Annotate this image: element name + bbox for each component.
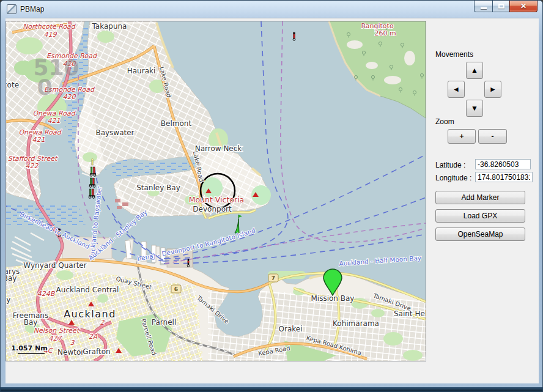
close-button[interactable]: ✕ xyxy=(509,1,537,12)
map-label: by xyxy=(6,295,10,304)
zoom-out-button[interactable]: - xyxy=(478,129,507,144)
map-label: Auckland Central xyxy=(56,286,119,294)
add-marker-button[interactable]: Add Marker xyxy=(435,191,525,204)
map-label: 424B xyxy=(37,290,56,298)
map-label: 427 xyxy=(49,335,63,342)
longitude-input[interactable] xyxy=(475,172,533,182)
map-label: Bay xyxy=(24,318,38,327)
zoom-label: Zoom xyxy=(435,117,454,126)
map-label: Orakei xyxy=(279,325,303,333)
map-label: Takapuna xyxy=(92,22,127,31)
map-label: 421 xyxy=(48,117,61,125)
map-label: Mount Victoria xyxy=(189,195,245,204)
app-icon xyxy=(7,4,17,14)
map-label: Devonport xyxy=(193,205,232,213)
latitude-input[interactable] xyxy=(475,159,531,169)
map-label: Kohimarama xyxy=(333,319,379,328)
map-label: Hauraki xyxy=(127,67,156,75)
map-label: 2 xyxy=(100,319,105,327)
map-label: Narrow Neck xyxy=(195,144,242,153)
map-label: Bay xyxy=(6,274,17,283)
map-label: 260 m xyxy=(374,29,396,37)
map-label: 420 xyxy=(63,93,76,101)
longitude-label: Longitude : xyxy=(435,174,471,182)
map-label: 419 xyxy=(44,31,57,39)
movements-label: Movements xyxy=(435,50,473,59)
map-label: 1.057 Nm xyxy=(11,344,47,352)
map-label: 0 xyxy=(37,75,52,100)
load-gpx-button[interactable]: Load GPX xyxy=(435,209,525,223)
map-label: Wynyard Quarter xyxy=(23,261,86,270)
map-label: Belmont xyxy=(161,119,192,128)
minimize-button[interactable] xyxy=(474,1,492,12)
map-label: Mission Bay xyxy=(311,294,355,303)
svg-text:6: 6 xyxy=(174,286,178,292)
map-label: Parnell xyxy=(152,318,176,327)
maximize-icon xyxy=(498,4,504,9)
title-bar[interactable]: PBMap ✕ xyxy=(1,1,542,18)
minimize-icon xyxy=(481,7,487,9)
app-window: PBMap ✕ xyxy=(0,0,543,392)
route-shield: 6 xyxy=(171,285,181,293)
map-label: Auckland xyxy=(64,308,116,320)
window-bottom-edge xyxy=(1,387,542,391)
latitude-label: Latitude : xyxy=(435,161,465,169)
close-icon: ✕ xyxy=(520,2,526,10)
map-container[interactable]: 67 TakapunaHaurakiBelmontBayswaterNarrow… xyxy=(6,21,426,361)
move-up-button[interactable]: ▲ xyxy=(466,62,483,79)
maximize-button[interactable] xyxy=(492,1,509,12)
beacon-icon xyxy=(91,158,93,165)
map-label: cote xyxy=(6,81,19,89)
map-label: Grafton xyxy=(83,347,110,356)
route-shield: 7 xyxy=(268,274,278,282)
map-label: Bayswater xyxy=(95,128,134,137)
window-title: PBMap xyxy=(20,5,44,13)
svg-text:7: 7 xyxy=(272,275,275,281)
map-label: Newton xyxy=(57,348,86,357)
zoom-in-button[interactable]: + xyxy=(448,129,476,144)
move-left-button[interactable]: ◄ xyxy=(448,81,465,98)
move-right-button[interactable]: ► xyxy=(484,81,501,98)
map-label: 2A xyxy=(89,333,98,341)
map-label: Stanley Bay xyxy=(136,183,180,192)
openseamap-button[interactable]: OpenSeaMap xyxy=(435,227,525,241)
map-label: Nelson Street xyxy=(34,327,80,335)
map-label: 422 xyxy=(26,162,39,170)
map-label: 421 xyxy=(32,136,45,144)
map-label: 3 xyxy=(70,339,75,347)
map-label: Northcote Road xyxy=(23,23,76,31)
map-canvas[interactable]: 67 TakapunaHaurakiBelmontBayswaterNarrow… xyxy=(6,21,426,361)
move-down-button[interactable]: ▼ xyxy=(466,100,483,117)
